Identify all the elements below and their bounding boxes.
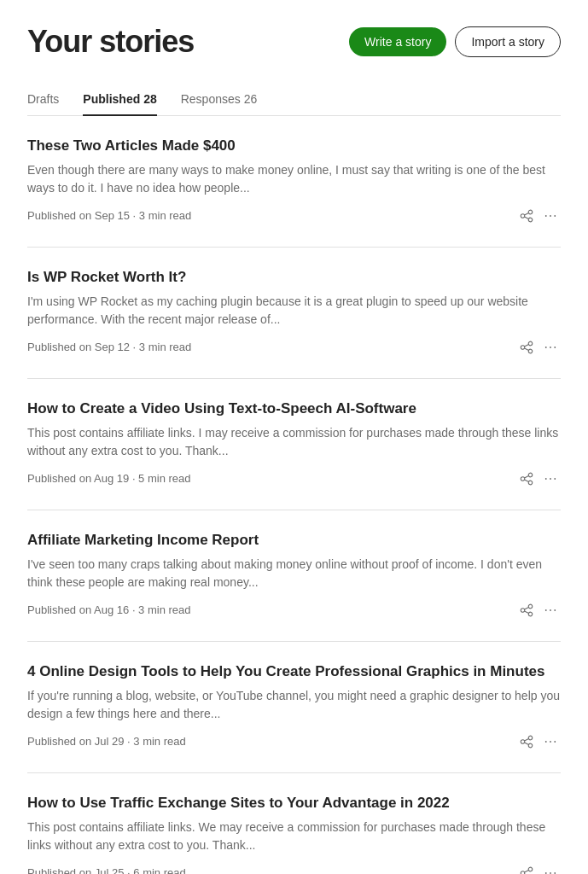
svg-point-2: [554, 215, 556, 217]
story-title[interactable]: How to Use Traffic Exchange Sites to You…: [27, 794, 561, 813]
story-title[interactable]: 4 Online Design Tools to Help You Create…: [27, 662, 561, 682]
meta-icons: [516, 600, 561, 621]
share-icon[interactable]: [516, 337, 537, 358]
story-meta: Published on Aug 16 · 3 min read: [27, 600, 561, 621]
meta-icons: [516, 337, 561, 358]
share-icon[interactable]: [516, 600, 537, 621]
story-excerpt: If you're running a blog, website, or Yo…: [27, 687, 561, 723]
svg-point-8: [554, 478, 556, 480]
svg-point-3: [545, 347, 547, 348]
svg-point-0: [545, 215, 547, 217]
story-item: How to Use Traffic Exchange Sites to You…: [27, 773, 561, 874]
story-meta: Published on Sep 12 · 3 min read: [27, 337, 561, 358]
story-meta: Published on Aug 19 · 5 min read: [27, 469, 561, 489]
meta-icons: [516, 731, 561, 752]
page-container: Your stories Write a story Import a stor…: [0, 0, 588, 874]
meta-icons: [516, 206, 561, 226]
share-icon[interactable]: [516, 206, 537, 226]
stories-list: These Two Articles Made $400 Even though…: [27, 116, 561, 874]
svg-point-9: [545, 609, 547, 611]
import-story-button[interactable]: Import a story: [455, 26, 561, 57]
story-meta-text: Published on Jul 29 · 3 min read: [27, 735, 509, 748]
svg-point-11: [554, 609, 556, 611]
page-title: Your stories: [27, 24, 194, 60]
story-title[interactable]: How to Create a Video Using Text-to-Spee…: [27, 399, 561, 419]
svg-point-6: [545, 478, 547, 480]
story-meta: Published on Jul 29 · 3 min read: [27, 731, 561, 752]
story-excerpt: This post contains affiliate links. We m…: [27, 819, 561, 854]
story-item: Affiliate Marketing Income Report I've s…: [27, 510, 561, 642]
svg-point-13: [550, 741, 551, 743]
header-buttons: Write a story Import a story: [349, 26, 561, 57]
story-excerpt: I've seen too many craps talking about m…: [27, 556, 561, 591]
story-meta-text: Published on Sep 15 · 3 min read: [27, 209, 509, 222]
story-meta: Published on Jul 25 · 6 min read: [27, 863, 561, 874]
svg-point-17: [554, 872, 556, 874]
svg-point-12: [545, 741, 547, 743]
story-title[interactable]: Is WP Rocket Worth It?: [27, 268, 561, 288]
more-options-icon[interactable]: [540, 600, 561, 621]
story-title[interactable]: These Two Articles Made $400: [27, 137, 561, 156]
story-meta-text: Published on Jul 25 · 6 min read: [27, 866, 509, 874]
svg-point-1: [550, 215, 551, 217]
svg-point-7: [550, 478, 551, 480]
more-options-icon[interactable]: [540, 863, 561, 874]
page-header: Your stories Write a story Import a stor…: [27, 24, 561, 60]
meta-icons: [516, 863, 561, 874]
tab-published[interactable]: Published 28: [83, 84, 156, 116]
share-icon[interactable]: [516, 469, 537, 489]
more-options-icon[interactable]: [540, 469, 561, 489]
meta-icons: [516, 469, 561, 489]
svg-point-16: [550, 872, 551, 874]
story-meta-text: Published on Aug 19 · 5 min read: [27, 472, 509, 485]
more-options-icon[interactable]: [540, 206, 561, 226]
more-options-icon[interactable]: [540, 731, 561, 752]
story-excerpt: I'm using WP Rocket as my caching plugin…: [27, 293, 561, 329]
svg-point-15: [545, 872, 547, 874]
story-meta: Published on Sep 15 · 3 min read: [27, 206, 561, 226]
story-item: These Two Articles Made $400 Even though…: [27, 116, 561, 248]
share-icon[interactable]: [516, 863, 537, 874]
story-meta-text: Published on Aug 16 · 3 min read: [27, 603, 509, 616]
write-story-button[interactable]: Write a story: [349, 27, 446, 56]
svg-point-4: [550, 347, 551, 348]
svg-point-10: [550, 609, 551, 611]
more-options-icon[interactable]: [540, 337, 561, 358]
tab-responses[interactable]: Responses 26: [181, 84, 258, 116]
story-item: 4 Online Design Tools to Help You Create…: [27, 642, 561, 773]
tabs-bar: Drafts Published 28 Responses 26: [27, 84, 561, 116]
svg-point-14: [554, 741, 556, 743]
story-title[interactable]: Affiliate Marketing Income Report: [27, 531, 561, 551]
svg-point-5: [554, 347, 556, 348]
story-excerpt: Even though there are many ways to make …: [27, 161, 561, 197]
tab-drafts[interactable]: Drafts: [27, 84, 59, 116]
story-excerpt: This post contains affiliate links. I ma…: [27, 424, 561, 460]
story-meta-text: Published on Sep 12 · 3 min read: [27, 341, 509, 353]
share-icon[interactable]: [516, 731, 537, 752]
story-item: How to Create a Video Using Text-to-Spee…: [27, 379, 561, 510]
story-item: Is WP Rocket Worth It? I'm using WP Rock…: [27, 248, 561, 379]
